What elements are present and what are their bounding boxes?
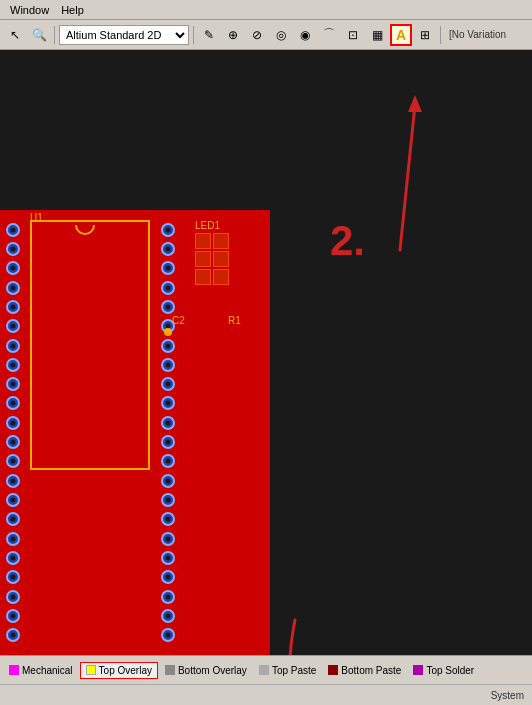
layer-tab-top-solder[interactable]: Top Solder bbox=[408, 663, 479, 678]
via bbox=[6, 628, 20, 642]
led-cell bbox=[213, 269, 229, 285]
route-btn[interactable]: ⊘ bbox=[246, 24, 268, 46]
mechanical-label: Mechanical bbox=[22, 665, 73, 676]
via bbox=[161, 416, 175, 430]
via bbox=[6, 512, 20, 526]
via bbox=[6, 416, 20, 430]
layer-tab-mechanical[interactable]: Mechanical bbox=[4, 663, 78, 678]
led1-label: LED1 bbox=[195, 220, 229, 231]
bottom-overlay-color bbox=[165, 665, 175, 675]
via bbox=[161, 474, 175, 488]
separator-1 bbox=[54, 26, 55, 44]
bottom-overlay-label: Bottom Overlay bbox=[178, 665, 247, 676]
via bbox=[161, 281, 175, 295]
top-overlay-label: Top Overlay bbox=[99, 665, 152, 676]
led-cell bbox=[213, 251, 229, 267]
mechanical-color bbox=[9, 665, 19, 675]
tool-btn-7[interactable]: ▦ bbox=[366, 24, 388, 46]
via bbox=[161, 396, 175, 410]
via bbox=[6, 570, 20, 584]
text-tool-btn[interactable]: A bbox=[390, 24, 412, 46]
ic-outline bbox=[30, 220, 150, 470]
bottom-paste-color bbox=[328, 665, 338, 675]
via bbox=[6, 532, 20, 546]
via bbox=[161, 358, 175, 372]
via bbox=[161, 628, 175, 642]
tool-btn-2[interactable]: ⊕ bbox=[222, 24, 244, 46]
no-variation-label: [No Variation bbox=[445, 29, 510, 40]
via bbox=[161, 339, 175, 353]
toolbar: ↖ 🔍 Altium Standard 2D ✎ ⊕ ⊘ ◎ ◉ ⌒ ⊡ ▦ A… bbox=[0, 20, 532, 50]
menu-help[interactable]: Help bbox=[55, 4, 90, 16]
svg-marker-1 bbox=[408, 95, 422, 112]
via bbox=[6, 319, 20, 333]
led-cell bbox=[195, 269, 211, 285]
via bbox=[6, 377, 20, 391]
svg-line-0 bbox=[400, 105, 415, 250]
top-paste-label: Top Paste bbox=[272, 665, 316, 676]
separator-2 bbox=[193, 26, 194, 44]
via bbox=[6, 474, 20, 488]
svg-text:2.: 2. bbox=[330, 217, 365, 264]
via bbox=[6, 223, 20, 237]
via bbox=[161, 493, 175, 507]
via bbox=[161, 551, 175, 565]
status-bottom: System bbox=[0, 685, 532, 705]
via bbox=[161, 435, 175, 449]
tool-btn-1[interactable]: ✎ bbox=[198, 24, 220, 46]
top-solder-color bbox=[413, 665, 423, 675]
led-component: LED1 bbox=[195, 220, 229, 285]
via bbox=[161, 223, 175, 237]
view-select[interactable]: Altium Standard 2D bbox=[59, 25, 189, 45]
top-overlay-color bbox=[86, 665, 96, 675]
via bbox=[6, 435, 20, 449]
via bbox=[161, 570, 175, 584]
bottom-paste-label: Bottom Paste bbox=[341, 665, 401, 676]
tool-btn-6[interactable]: ⊡ bbox=[342, 24, 364, 46]
status-bar: Mechanical Top Overlay Bottom Overlay To… bbox=[0, 655, 532, 705]
layer-tab-top-paste[interactable]: Top Paste bbox=[254, 663, 321, 678]
cursor-btn[interactable]: ↖ bbox=[4, 24, 26, 46]
via bbox=[161, 609, 175, 623]
via bbox=[161, 377, 175, 391]
via bbox=[6, 261, 20, 275]
top-solder-label: Top Solder bbox=[426, 665, 474, 676]
right-connector bbox=[155, 210, 180, 655]
menu-bar: Window Help bbox=[0, 0, 532, 20]
via bbox=[161, 242, 175, 256]
tool-btn-5[interactable]: ⌒ bbox=[318, 24, 340, 46]
led-cell bbox=[213, 233, 229, 249]
layer-tab-top-overlay[interactable]: Top Overlay bbox=[80, 662, 158, 679]
connector-dots bbox=[164, 328, 172, 336]
layer-tabs: Mechanical Top Overlay Bottom Overlay To… bbox=[0, 656, 532, 685]
tool-btn-4[interactable]: ◉ bbox=[294, 24, 316, 46]
via bbox=[6, 281, 20, 295]
layer-tab-bottom-paste[interactable]: Bottom Paste bbox=[323, 663, 406, 678]
via bbox=[161, 261, 175, 275]
via bbox=[6, 493, 20, 507]
via bbox=[6, 590, 20, 604]
via bbox=[6, 396, 20, 410]
via bbox=[6, 339, 20, 353]
zoom-btn[interactable]: 🔍 bbox=[28, 24, 50, 46]
via bbox=[6, 551, 20, 565]
via bbox=[161, 532, 175, 546]
left-connector bbox=[0, 210, 25, 655]
tool-btn-8[interactable]: ⊞ bbox=[414, 24, 436, 46]
via bbox=[6, 454, 20, 468]
separator-3 bbox=[440, 26, 441, 44]
via bbox=[161, 300, 175, 314]
r1-label: R1 bbox=[228, 315, 241, 326]
layer-tab-bottom-overlay[interactable]: Bottom Overlay bbox=[160, 663, 252, 678]
tool-btn-3[interactable]: ◎ bbox=[270, 24, 292, 46]
led-grid bbox=[195, 233, 229, 285]
menu-window[interactable]: Window bbox=[4, 4, 55, 16]
pcb-canvas[interactable]: U1 bbox=[0, 50, 532, 655]
u1-label: U1 bbox=[30, 212, 43, 223]
led-cell bbox=[195, 251, 211, 267]
via bbox=[161, 454, 175, 468]
c2-label: C2 bbox=[172, 315, 185, 326]
via bbox=[6, 609, 20, 623]
system-label[interactable]: System bbox=[487, 690, 528, 701]
top-paste-color bbox=[259, 665, 269, 675]
